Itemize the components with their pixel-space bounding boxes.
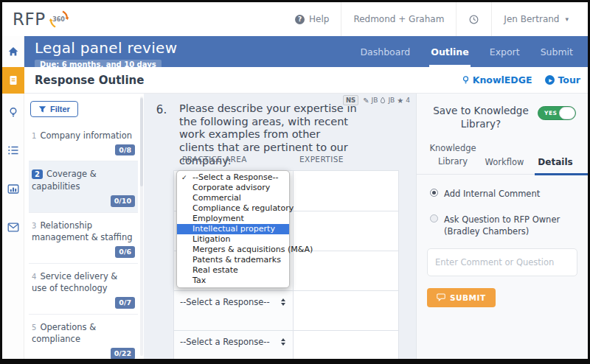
option-label: Tax (192, 276, 206, 285)
main-area: Filter 1Company information 0/8 2Coverag… (24, 94, 588, 359)
radio-ask-question[interactable]: Ask Question to RFP Owner (Bradley Chamb… (417, 214, 588, 238)
play-icon: ▶ (545, 75, 555, 85)
progress-badge: 0/6 (115, 246, 135, 258)
nav-dashboard[interactable]: Dashboard (350, 36, 420, 67)
submit-label: SUBMIT (450, 293, 486, 302)
help-link[interactable]: ? Help (283, 2, 341, 36)
dropdown-option[interactable]: Commercial (177, 193, 289, 203)
panel-tabs: Knowledge Library Workflow Details (417, 130, 588, 175)
droplet-icon (380, 97, 386, 104)
tab-knowledge-library[interactable]: Knowledge Library (428, 142, 477, 168)
page-title: Response Outline (35, 74, 144, 87)
page-toolbar: Response Outline KnowlEDGE ▶ Tour (24, 67, 588, 94)
logo-360-icon: 360 (48, 8, 70, 30)
section-number: 5 (32, 323, 36, 332)
progress-badge: 0/10 (111, 195, 135, 207)
project-title-block: Legal panel review Due: 6 months, and 10… (24, 36, 177, 67)
editor-initials: JB (372, 97, 378, 104)
filter-button[interactable]: Filter (30, 101, 78, 117)
user-menu[interactable]: Jen Bertrand ▾ (492, 2, 580, 36)
chevron-down-icon: ▾ (565, 15, 569, 23)
clock-icon (468, 14, 479, 25)
dropdown-option[interactable]: Patents & trademarks (177, 255, 289, 265)
save-toggle[interactable]: YES (538, 106, 576, 120)
insights-nav-button[interactable] (2, 102, 24, 122)
submit-button[interactable]: SUBMIT (427, 288, 496, 307)
toolbar-links: KnowlEDGE ▶ Tour (462, 74, 580, 85)
mail-icon (7, 223, 19, 232)
workspace-label: Redmond + Graham (353, 14, 444, 24)
help-icon: ? (295, 15, 305, 24)
sidebar-scrollbar-thumb[interactable] (140, 98, 143, 186)
topbar: RFP 360 ? Help Redmond + Graham (2, 2, 588, 36)
expertise-cell[interactable] (294, 291, 398, 330)
tour-link[interactable]: ▶ Tour (545, 74, 580, 85)
practice-area-cell: --Select a Response-- (174, 291, 294, 330)
section-number: 3 (32, 222, 36, 230)
expertise-cell[interactable] (294, 251, 398, 290)
nav-submit[interactable]: Submit (530, 36, 583, 67)
radio-selected-icon (430, 189, 438, 197)
dropdown-option[interactable]: ✓ --Select a Response-- (177, 172, 289, 183)
practice-area-select[interactable]: --Select a Response-- (180, 297, 287, 307)
outline-nav-button-active[interactable] (2, 67, 24, 94)
dropdown-option[interactable]: Employment (177, 214, 289, 224)
save-to-library-label: Save to Knowledge Library? (430, 104, 532, 130)
section-number: 2 (32, 169, 43, 179)
dropdown-option[interactable]: Corporate advisory (177, 183, 289, 193)
logo-text: RFP (13, 10, 46, 29)
select-stepper-icon (281, 338, 285, 346)
radio-add-internal-comment[interactable]: Add Internal Comment (417, 188, 588, 200)
option-label: Patents & trademarks (192, 255, 281, 265)
sidebar-item-service-delivery[interactable]: 4Service delivery & use of technology 0/… (29, 263, 138, 314)
practice-area-dropdown-menu: ✓ --Select a Response-- Corporate adviso… (176, 170, 290, 288)
table-row: --Select a Response-- (174, 290, 398, 330)
nav-outline[interactable]: Outline (420, 36, 479, 67)
workspace-switcher[interactable]: Redmond + Graham (341, 2, 456, 36)
select-value: --Select a Response-- (180, 337, 270, 347)
comment-input[interactable] (427, 248, 577, 276)
knowledge-link[interactable]: KnowlEDGE (462, 74, 532, 85)
table-row: --Select a Response-- (174, 330, 398, 359)
dropdown-option[interactable]: Mergers & acquisitions (M&A) (177, 245, 289, 255)
home-icon (7, 46, 19, 57)
history-button[interactable] (457, 2, 491, 36)
toggle-knob (559, 107, 575, 119)
sidebar-item-coverage-capabilities[interactable]: 2Coverage & capabilities 0/10 (29, 161, 138, 211)
filter-funnel-icon (38, 105, 46, 113)
section-number: 1 (32, 132, 36, 140)
tab-details[interactable]: Details (532, 157, 579, 168)
expertise-cell[interactable] (294, 331, 398, 359)
option-label: Corporate advisory (192, 183, 270, 192)
document-icon (7, 74, 19, 86)
project-header: Legal panel review Due: 6 months, and 10… (24, 36, 588, 67)
sidebar-item-operations-compliance[interactable]: 5Operations & compliance 0/22 (29, 314, 138, 359)
user-name: Jen Bertrand (504, 14, 559, 24)
knowledge-label: KnowlEDGE (473, 74, 532, 85)
practice-area-select[interactable]: --Select a Response-- (180, 337, 287, 347)
analytics-nav-button[interactable] (2, 179, 24, 198)
comment-bubble-icon (437, 293, 445, 301)
messages-nav-button[interactable] (2, 217, 24, 237)
answer-table-headers: PRACTICE AREA EXPERTISE (144, 155, 344, 164)
dropdown-option[interactable]: Tax (177, 276, 289, 286)
checklist-nav-button[interactable] (2, 141, 24, 160)
star-icon: ★ (397, 97, 403, 105)
tab-workflow[interactable]: Workflow (480, 157, 529, 168)
dropdown-option[interactable]: Litigation (177, 234, 289, 245)
dropdown-option[interactable]: Compliance & regulatory (177, 203, 289, 214)
expertise-cell[interactable] (294, 171, 398, 211)
lightbulb-icon (462, 75, 470, 85)
nav-export[interactable]: Export (479, 36, 530, 67)
logo-360-text: 360 (48, 8, 70, 30)
outline-sidebar: Filter 1Company information 0/8 2Coverag… (24, 94, 144, 359)
sidebar-item-relationship-management[interactable]: 3Relationship management & staffing 0/6 (29, 212, 138, 263)
question-content: 6. Please describe your expertise in the… (144, 94, 416, 359)
option-label: Compliance & regulatory (192, 203, 294, 213)
sidebar-item-company-information[interactable]: 1Company information 0/8 (29, 123, 138, 161)
checklist-icon (7, 145, 19, 155)
dropdown-option[interactable]: Real estate (177, 265, 289, 276)
dropdown-option-highlighted[interactable]: Intellectual property (177, 224, 289, 234)
left-icon-rail (2, 36, 24, 359)
home-nav-button[interactable] (2, 42, 24, 61)
